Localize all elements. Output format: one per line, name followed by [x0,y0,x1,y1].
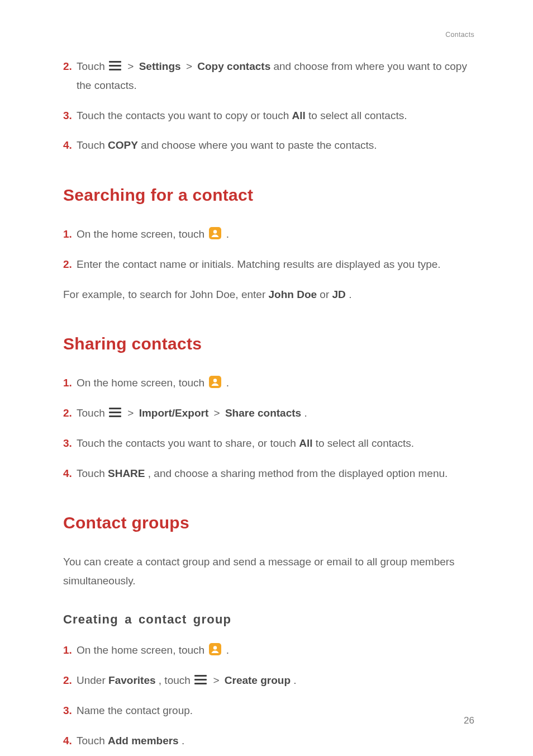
step-number: 1. [63,225,77,244]
bold-settings: Settings [139,60,181,72]
bold-copy: COPY [108,139,138,151]
text: On the home screen, touch [77,377,207,389]
search-step-1: 1. On the home screen, touch . [63,225,474,244]
step-number: 4. [63,731,77,750]
chevron-right: > [214,407,220,419]
step-number: 3. [63,701,77,720]
step-body: On the home screen, touch . [77,225,474,244]
sharing-step-4: 4. Touch SHARE , and choose a sharing me… [63,464,474,483]
subheading-create-group: Creating a contact group [63,609,474,630]
bold-add-members: Add members [108,735,179,746]
step-2: 2. Touch > Settings > Copy contacts and … [63,57,474,95]
text: . [293,674,296,686]
text: and choose where you want to paste the c… [141,139,377,151]
text: Touch the contacts you want to copy or t… [77,110,292,121]
menu-icon [109,61,121,71]
text: to select all contacts. [316,437,414,449]
heading-searching: Searching for a contact [63,181,474,209]
text: . [226,228,229,240]
page-number: 26 [464,713,474,729]
groups-intro: You can create a contact group and send … [63,552,474,590]
contacts-icon [208,642,222,656]
step-body: Touch SHARE , and choose a sharing metho… [77,464,474,483]
content: 2. Touch > Settings > Copy contacts and … [63,57,474,750]
heading-sharing: Sharing contacts [63,329,474,358]
step-4: 4. Touch COPY and choose where you want … [63,136,474,155]
bold-favorites: Favorites [108,674,155,686]
bold-all: All [292,110,306,121]
text: . [182,735,184,746]
groups-step-3: 3. Name the contact group. [63,701,474,720]
bold-share-contacts: Share contacts [225,407,301,419]
text: Touch [77,139,108,151]
step-number: 4. [63,464,77,483]
svg-point-5 [213,646,217,650]
chevron-right: > [127,407,134,419]
search-step-2: 2. Enter the contact name or initials. M… [63,255,474,274]
text: , touch [159,674,193,686]
header-section-label: Contacts [445,29,474,41]
text: On the home screen, touch [77,228,207,240]
text: . [304,407,307,419]
step-body: Touch > Import/Export > Share contacts . [77,404,474,423]
step-body: Touch COPY and choose where you want to … [77,136,474,155]
bold-john-doe: John Doe [269,289,317,300]
contacts-icon [208,375,222,389]
text: . [349,289,351,300]
menu-icon [109,408,121,418]
text: For example, to search for John Doe, ent… [63,289,269,300]
page: Contacts 2. Touch > Settings > Copy cont… [0,0,533,756]
chevron-right: > [186,60,192,72]
step-body: Touch > Settings > Copy contacts and cho… [77,57,474,95]
text: Under [77,674,108,686]
sharing-step-2: 2. Touch > Import/Export > Share contact… [63,404,474,423]
heading-groups: Contact groups [63,508,474,537]
chevron-right: > [127,60,134,72]
step-body: Under Favorites , touch > Create group . [77,671,474,690]
step-3: 3. Touch the contacts you want to copy o… [63,106,474,125]
text: On the home screen, touch [77,644,207,656]
groups-step-2: 2. Under Favorites , touch > Create grou… [63,671,474,690]
step-number: 2. [63,57,77,76]
search-note: For example, to search for John Doe, ent… [63,285,474,304]
step-body: Touch the contacts you want to copy or t… [77,106,474,125]
bold-import-export: Import/Export [139,407,209,419]
step-number: 2. [63,255,77,274]
menu-icon [194,675,207,685]
groups-step-1: 1. On the home screen, touch . [63,641,474,660]
bold-jd: JD [332,289,346,300]
text: Touch [77,60,108,72]
text: or [320,289,332,300]
step-number: 2. [63,671,77,690]
step-number: 3. [63,434,77,453]
contacts-icon [208,226,222,240]
sharing-step-1: 1. On the home screen, touch . [63,374,474,393]
groups-step-4: 4. Touch Add members . [63,731,474,750]
step-body: On the home screen, touch . [77,641,474,660]
bold-create-group: Create group [225,674,291,686]
svg-point-1 [213,230,217,234]
step-number: 4. [63,136,77,155]
bold-share: SHARE [108,467,145,479]
bold-all: All [299,437,312,449]
text: to select all contacts. [308,110,407,121]
text: Touch [77,407,108,419]
chevron-right: > [213,674,219,686]
text: Touch [77,735,108,746]
step-number: 2. [63,404,77,423]
sharing-step-3: 3. Touch the contacts you want to share,… [63,434,474,453]
step-body: On the home screen, touch . [77,374,474,393]
text: . [226,377,229,389]
step-body: Enter the contact name or initials. Matc… [77,255,474,274]
step-number: 1. [63,374,77,393]
text: Touch the contacts you want to share, or… [77,437,299,449]
text: . [226,644,229,656]
step-number: 1. [63,641,77,660]
step-body: Touch Add members . [77,731,474,750]
text: and choose from where you want to copy t… [77,60,467,91]
svg-point-3 [213,379,217,382]
step-number: 3. [63,106,77,125]
text: , and choose a sharing method from the d… [148,467,448,479]
step-body: Touch the contacts you want to share, or… [77,434,474,453]
step-body: Name the contact group. [77,701,474,720]
